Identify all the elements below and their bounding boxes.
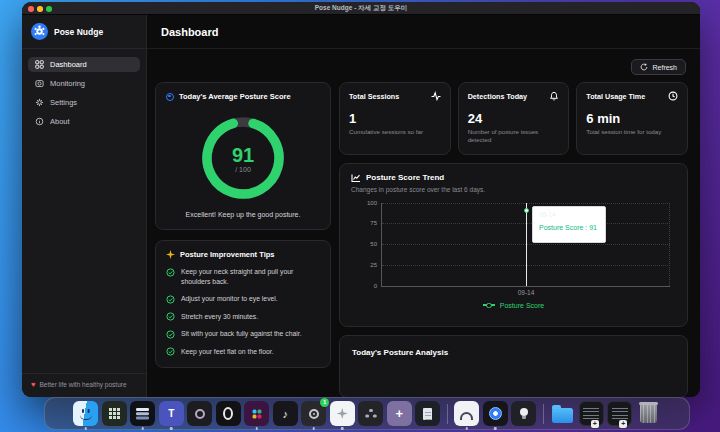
app-window: Pose Nudge - 자세 교정 도우미 xyxy=(22,2,700,397)
legend-marker-icon xyxy=(483,304,495,306)
camera-icon xyxy=(35,79,44,88)
code-lines-icon xyxy=(583,408,599,419)
stat-card-detections-today: Detections Today 24 Number of posture is… xyxy=(458,82,570,155)
sidebar-item-label: About xyxy=(50,117,70,126)
app-logo-turtle-icon xyxy=(31,23,48,40)
check-circle-icon xyxy=(166,330,175,339)
dashboard-grid-icon xyxy=(35,60,44,69)
stat-subtitle: Total session time for today xyxy=(586,128,678,136)
three-dots-icon xyxy=(369,409,373,413)
finder-face-icon xyxy=(79,407,92,420)
y-tick: 50 xyxy=(355,241,377,247)
sidebar-item-label: Monitoring xyxy=(50,79,85,88)
dock-icon-grid-app[interactable] xyxy=(102,401,127,426)
sidebar-footer-text: Better life with healthy posture xyxy=(39,381,126,388)
sidebar-item-label: Dashboard xyxy=(50,60,87,69)
y-tick: 25 xyxy=(355,262,377,268)
dock-separator xyxy=(543,404,544,424)
chart-tooltip: 09-14 Posture Score : 91 xyxy=(532,206,606,243)
dock-icon-document-app[interactable] xyxy=(415,401,440,426)
legend-label: Posture Score xyxy=(500,302,544,309)
sparkles-icon xyxy=(166,250,175,259)
right-column: Total Sessions 1 Cumulative sessions so … xyxy=(339,82,688,397)
sidebar-item-settings[interactable]: Settings xyxy=(28,95,140,110)
stat-subtitle: Number of posture issues detected xyxy=(468,128,560,145)
dock-icon-slack[interactable] xyxy=(244,401,269,426)
dock-icon-finder[interactable] xyxy=(73,401,98,426)
data-point[interactable] xyxy=(524,208,529,213)
dock-icon-code-window-1[interactable]: + xyxy=(579,401,604,426)
minimize-window-button[interactable] xyxy=(37,6,43,12)
sidebar-item-monitoring[interactable]: Monitoring xyxy=(28,76,140,91)
sidebar-item-label: Settings xyxy=(50,98,77,107)
cross-icon: + xyxy=(395,406,403,421)
tip-item: Stretch every 30 minutes. xyxy=(166,312,320,322)
heart-icon: ♥ xyxy=(31,381,35,389)
dock-icon-code-window-2[interactable]: + xyxy=(607,401,632,426)
music-note-icon: ♪ xyxy=(283,408,289,420)
info-icon xyxy=(35,117,44,126)
tips-card-title: Posture Improvement Tips xyxy=(180,250,274,259)
activity-icon xyxy=(431,91,441,101)
window-titlebar[interactable]: Pose Nudge - 자세 교정 도우미 xyxy=(22,2,700,15)
dock-icon-folder[interactable] xyxy=(550,401,575,426)
refresh-button[interactable]: Refresh xyxy=(631,59,686,75)
dock-icon-trash[interactable] xyxy=(636,401,661,426)
close-window-button[interactable] xyxy=(28,6,34,12)
chart-legend: Posture Score xyxy=(351,302,676,309)
dock-icon-arch-app[interactable] xyxy=(454,401,479,426)
document-icon xyxy=(423,408,432,420)
sidebar-item-dashboard[interactable]: Dashboard xyxy=(28,57,140,72)
bell-icon xyxy=(549,91,559,101)
dock-icon-opera[interactable] xyxy=(216,401,241,426)
refresh-icon xyxy=(640,63,648,71)
ring-icon xyxy=(195,409,205,419)
lightbulb-icon xyxy=(520,408,528,416)
tips-card: Posture Improvement Tips Keep your neck … xyxy=(155,240,331,368)
stat-title: Detections Today xyxy=(468,92,527,101)
zoom-window-button[interactable] xyxy=(46,6,52,12)
dock-icon-teams[interactable]: T xyxy=(159,401,184,426)
tip-item: Keep your feet flat on the floor. xyxy=(166,347,320,357)
trend-chart[interactable]: 100 75 50 25 0 09-14 Posture S xyxy=(381,203,670,287)
dock-icon-cross-app[interactable]: + xyxy=(387,401,412,426)
tooltip-value: Posture Score : 91 xyxy=(539,224,599,231)
main-area: Dashboard Refresh xyxy=(147,15,700,397)
stat-value: 1 xyxy=(349,111,441,126)
stack-bars-icon xyxy=(136,408,149,410)
arch-icon xyxy=(460,412,473,421)
helm-icon xyxy=(309,409,319,419)
dock-icon-helm-app[interactable]: 1 xyxy=(301,401,326,426)
dock-icon-stack-app[interactable] xyxy=(130,401,155,426)
app-body: Pose Nudge Dashboard xyxy=(22,15,700,397)
dock-icon-ring-app[interactable] xyxy=(187,401,212,426)
teams-glyph: T xyxy=(168,408,174,419)
dock-icon-dots-app[interactable] xyxy=(358,401,383,426)
sparkle-icon xyxy=(337,408,348,419)
sidebar: Pose Nudge Dashboard xyxy=(22,15,147,397)
x-tick: 09-14 xyxy=(518,289,535,296)
dock-icon-music[interactable]: ♪ xyxy=(273,401,298,426)
dock: T ♪ 1 + xyxy=(44,397,690,430)
line-chart-icon xyxy=(351,173,361,183)
stat-card-total-usage-time: Total Usage Time 6 min Total session tim… xyxy=(576,82,688,155)
dock-icon-lightbulb-app[interactable] xyxy=(511,401,536,426)
y-tick: 0 xyxy=(355,283,377,289)
stat-value: 6 min xyxy=(586,111,678,126)
chart-cursor-line xyxy=(526,203,527,286)
clock-icon xyxy=(668,91,678,101)
dock-icon-pose-nudge[interactable] xyxy=(483,401,508,426)
stats-row: Total Sessions 1 Cumulative sessions so … xyxy=(339,82,688,155)
plus-badge: + xyxy=(591,420,599,428)
y-tick: 75 xyxy=(355,220,377,226)
tip-item: Sit with your back fully against the cha… xyxy=(166,329,320,339)
dock-icon-sparkle-app[interactable] xyxy=(330,401,355,426)
page-title: Dashboard xyxy=(161,26,218,38)
sidebar-header: Pose Nudge xyxy=(22,15,146,49)
stat-title: Total Usage Time xyxy=(586,92,645,101)
sidebar-item-about[interactable]: About xyxy=(28,114,140,129)
stat-value: 24 xyxy=(468,111,560,126)
trend-card: Posture Score Trend Changes in posture s… xyxy=(339,163,688,327)
sidebar-footer: ♥ Better life with healthy posture xyxy=(22,373,146,398)
score-gauge: 91 / 100 xyxy=(166,114,320,202)
